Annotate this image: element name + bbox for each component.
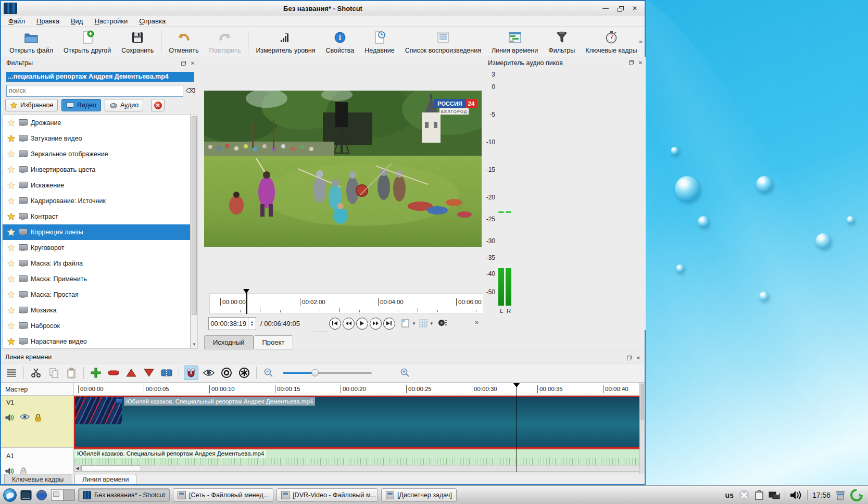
timeline-zoom-slider[interactable] bbox=[283, 369, 372, 377]
tab-project[interactable]: Проект bbox=[254, 335, 294, 349]
minimize-button[interactable]: — bbox=[601, 4, 610, 12]
ripple-toggle-button[interactable] bbox=[219, 366, 234, 380]
video-clip[interactable]: Юбилей казаков. Специальный репортаж Анд… bbox=[74, 396, 640, 448]
filter-list-item[interactable]: Дрожание bbox=[3, 115, 190, 131]
tab-video[interactable]: Видео bbox=[61, 99, 101, 111]
filter-list-item[interactable]: Контраст bbox=[3, 209, 190, 224]
skip-to-end-button[interactable] bbox=[383, 318, 395, 330]
snap-toggle-button[interactable] bbox=[184, 366, 198, 380]
terminal-launcher-icon[interactable] bbox=[20, 489, 32, 501]
zoom-out-button[interactable] bbox=[261, 366, 276, 380]
player-playhead[interactable] bbox=[243, 289, 250, 314]
track-lock-button[interactable] bbox=[34, 413, 42, 422]
filter-search-input[interactable] bbox=[6, 85, 183, 97]
float-panel-icon[interactable] bbox=[180, 60, 186, 66]
level-meter-button[interactable]: Измеритель уровня bbox=[250, 27, 320, 57]
updates-refresh-icon[interactable] bbox=[850, 489, 863, 501]
filter-list-item[interactable]: Затухание видео bbox=[3, 131, 190, 146]
keyframes-button[interactable]: Ключевые кадры bbox=[580, 27, 642, 57]
close-button[interactable]: ✕ bbox=[630, 4, 639, 12]
toolbar-overflow-chevron[interactable]: » bbox=[639, 37, 643, 45]
grid-selector-button[interactable]: ▼ bbox=[419, 319, 435, 328]
playlist-button[interactable]: Список воспроизведения bbox=[400, 27, 486, 57]
scrollbar-thumb[interactable] bbox=[640, 384, 644, 420]
copy-button[interactable] bbox=[46, 366, 61, 380]
timeline-horizontal-scrollbar[interactable]: ◀ bbox=[74, 465, 640, 472]
filter-list-item[interactable]: Инвертировать цвета bbox=[3, 162, 190, 178]
filter-list-item[interactable]: Кадрирование: Источник bbox=[3, 193, 190, 209]
undo-button[interactable]: Отменить bbox=[163, 27, 204, 57]
zoom-slider-knob[interactable] bbox=[311, 369, 319, 376]
package-manager-icon[interactable] bbox=[835, 489, 846, 501]
desktop-2[interactable] bbox=[63, 490, 75, 500]
save-button[interactable]: Сохранить bbox=[116, 27, 159, 57]
taskbar-window-task-manager[interactable]: [Диспетчер задач] bbox=[381, 488, 457, 502]
zoom-in-button[interactable] bbox=[398, 366, 412, 380]
filter-list-item[interactable]: Круговорот bbox=[3, 240, 190, 256]
redo-button[interactable]: Повторить bbox=[204, 27, 246, 57]
filter-list-item[interactable]: Мозаика bbox=[3, 303, 190, 318]
play-button[interactable] bbox=[356, 318, 368, 330]
menu-settings[interactable]: Настройки bbox=[94, 17, 128, 25]
keyboard-layout-indicator[interactable]: us bbox=[725, 491, 734, 499]
track-mute-button[interactable] bbox=[5, 413, 15, 422]
spinbox-arrows[interactable]: ▲▼ bbox=[248, 318, 256, 330]
position-spinbox[interactable]: 00:00:38:19 ▲▼ bbox=[208, 317, 256, 330]
paste-button[interactable] bbox=[64, 366, 79, 380]
tab-source[interactable]: Исходный bbox=[204, 335, 254, 349]
volume-tray-icon[interactable] bbox=[790, 490, 802, 500]
clipboard-manager-icon[interactable] bbox=[754, 490, 764, 500]
scrollbar-thumb[interactable] bbox=[81, 465, 141, 471]
close-panel-icon[interactable]: ✕ bbox=[637, 59, 644, 66]
scroll-down-arrow[interactable]: ▼ bbox=[191, 341, 197, 348]
player-overflow-chevron[interactable]: » bbox=[475, 318, 479, 326]
player-scrubber[interactable]: 00:00:00 00:02:00 00:04:00 00:06:00 bbox=[209, 293, 490, 314]
tab-audio[interactable]: Аудио bbox=[105, 99, 143, 111]
filter-list-item[interactable]: Маска: Из файла bbox=[3, 256, 190, 271]
taskbar-window-network-fm[interactable]: [Сеть - Файловый менед... bbox=[173, 488, 273, 502]
desktop-pager[interactable] bbox=[51, 489, 75, 501]
timeline-button[interactable]: Линия времени bbox=[486, 27, 543, 57]
splitter-handle[interactable]: ······ bbox=[312, 329, 329, 334]
video-track-header[interactable]: V1 bbox=[1, 396, 74, 448]
menu-view[interactable]: Вид bbox=[71, 17, 83, 25]
filters-button[interactable]: Фильтры bbox=[543, 27, 580, 57]
close-panel-icon[interactable]: ✕ bbox=[190, 60, 196, 66]
rewind-button[interactable] bbox=[343, 318, 355, 330]
browser-launcher-icon[interactable] bbox=[35, 489, 48, 501]
split-button[interactable] bbox=[159, 366, 174, 380]
timeline-ruler[interactable]: 00:00:00 00:00:05 00:00:10 00:00:15 00:0… bbox=[74, 383, 640, 396]
cut-button[interactable] bbox=[29, 366, 43, 380]
taskbar-window-shotcut[interactable]: Без названия* - Shotcut bbox=[78, 488, 170, 502]
tab-timeline[interactable]: Линия времени bbox=[74, 474, 136, 484]
scrub-while-dragging-button[interactable] bbox=[202, 366, 216, 380]
tab-favorites[interactable]: Избранное bbox=[5, 99, 58, 111]
scroll-left-arrow[interactable]: ◀ bbox=[74, 465, 81, 471]
skip-to-start-button[interactable] bbox=[329, 318, 341, 330]
timeline-vertical-scrollbar[interactable] bbox=[639, 383, 645, 474]
clock[interactable]: 17:56 bbox=[812, 491, 831, 499]
ripple-all-tracks-button[interactable] bbox=[237, 366, 251, 380]
overwrite-button[interactable] bbox=[142, 366, 156, 380]
taskbar-window-dvr-fm[interactable]: [DVR-Video - Файловый м... bbox=[276, 488, 378, 502]
filter-list-scrollbar[interactable]: ▼ bbox=[191, 115, 198, 349]
scrollbar-thumb[interactable] bbox=[192, 116, 197, 315]
close-panel-icon[interactable]: ✕ bbox=[635, 355, 641, 361]
display-settings-icon[interactable] bbox=[769, 490, 780, 500]
in-out-selector-button[interactable]: ▼ bbox=[401, 319, 418, 328]
filter-list-item[interactable]: Маска: Применить bbox=[3, 271, 190, 287]
float-panel-icon[interactable] bbox=[626, 355, 632, 361]
menu-help[interactable]: Справка bbox=[139, 17, 166, 25]
properties-button[interactable]: i Свойства bbox=[320, 27, 359, 57]
filter-list-item[interactable]: Нарастание видео bbox=[3, 334, 190, 349]
clear-search-icon[interactable]: ⌫ bbox=[186, 87, 195, 95]
filter-list-item[interactable]: Набросок bbox=[3, 318, 190, 334]
track-hide-button[interactable] bbox=[20, 413, 30, 422]
menu-file[interactable]: Файл bbox=[8, 17, 25, 25]
volume-button[interactable] bbox=[438, 319, 447, 329]
float-panel-icon[interactable] bbox=[628, 59, 634, 66]
menu-edit[interactable]: Правка bbox=[36, 17, 59, 25]
ripple-delete-button[interactable] bbox=[106, 366, 121, 380]
start-menu-button[interactable] bbox=[3, 488, 17, 502]
open-file-button[interactable]: Открыть файл bbox=[4, 27, 58, 57]
